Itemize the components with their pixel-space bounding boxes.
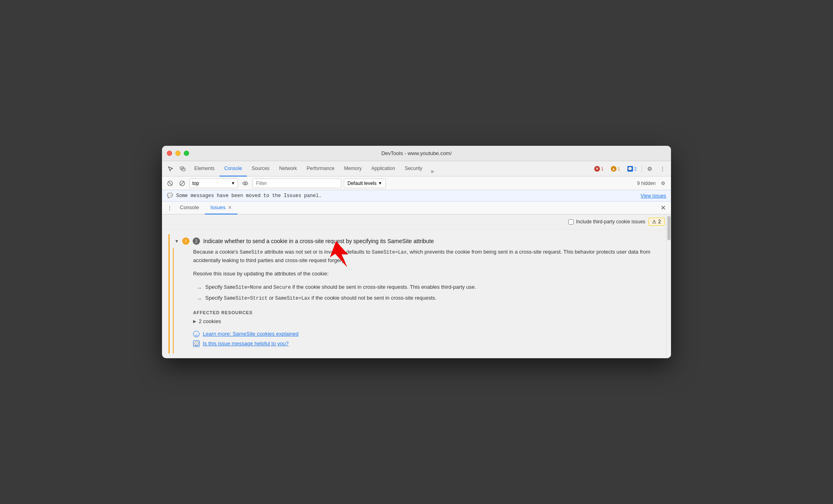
traffic-lights: [167, 151, 189, 156]
levels-arrow: ▼: [378, 181, 382, 185]
info-bar-content: 💬 Some messages have been moved to the I…: [167, 193, 322, 199]
title-bar: DevTools - www.youtube.com/: [162, 146, 671, 161]
context-selector[interactable]: top ▼: [189, 178, 238, 188]
tab-memory[interactable]: Memory: [339, 161, 366, 176]
feedback-link[interactable]: 💬 Is this issue message helpful to you?: [193, 340, 658, 347]
tab-network[interactable]: Network: [274, 161, 302, 176]
third-party-checkbox[interactable]: [568, 219, 574, 225]
toolbar-settings-button[interactable]: ⚙: [658, 178, 668, 188]
message-icon: 💬: [627, 166, 633, 172]
cookies-toggle[interactable]: ▶ 2 cookies: [193, 318, 658, 324]
devtools-nav: Elements Console Sources Network Perform…: [162, 161, 671, 176]
tab-performance[interactable]: Performance: [302, 161, 339, 176]
svg-line-3: [168, 182, 172, 185]
scrollbar[interactable]: [666, 214, 671, 358]
inspect-icon[interactable]: [165, 164, 176, 174]
window-title: DevTools - www.youtube.com/: [381, 150, 452, 156]
close-button[interactable]: [167, 151, 172, 156]
warning-icon: ▲: [611, 166, 616, 172]
bullet-2: → Specify SameSite=Strict or SameSite=La…: [193, 294, 658, 303]
device-icon[interactable]: [177, 164, 188, 174]
maximize-button[interactable]: [184, 151, 189, 156]
bullet-1: → Specify SameSite=None and Secure if th…: [193, 283, 658, 292]
close-panel-button[interactable]: ✕: [658, 203, 668, 213]
red-arrow-annotation: [316, 241, 352, 269]
info-message: Some messages have been moved to the Iss…: [176, 193, 322, 199]
svg-marker-8: [326, 239, 351, 271]
issues-header: Include third-party cookie issues ⚠ 2: [162, 214, 671, 229]
message-badge[interactable]: 💬 2: [625, 165, 639, 172]
main-content: Include third-party cookie issues ⚠ 2 ▼ …: [162, 214, 671, 358]
tab-console[interactable]: Console: [219, 161, 247, 176]
close-issues-tab-button[interactable]: ✕: [228, 205, 232, 210]
issues-panel: Include third-party cookie issues ⚠ 2 ▼ …: [162, 214, 671, 358]
sub-tab-more-button[interactable]: ⋮: [165, 204, 174, 212]
info-icon: 💬: [167, 193, 173, 199]
devtools-window: DevTools - www.youtube.com/ Elements Con…: [162, 146, 671, 358]
affected-resources: AFFECTED RESOURCES ▶ 2 cookies: [193, 310, 658, 324]
issue-body: Because a cookie's SameSite attribute wa…: [173, 248, 665, 353]
more-tabs-button[interactable]: »: [427, 166, 438, 176]
view-issues-link[interactable]: View issues: [641, 193, 666, 199]
info-bar: 💬 Some messages have been moved to the I…: [162, 190, 671, 202]
issue-header[interactable]: ▼ ! 2 Indicate whether to send a cookie …: [170, 234, 665, 248]
nav-left-icons: [165, 164, 188, 174]
sub-tab-console[interactable]: Console: [174, 202, 205, 214]
block-icon[interactable]: [177, 178, 187, 188]
tab-security[interactable]: Security: [400, 161, 427, 176]
external-link-icon: →: [193, 331, 200, 337]
issue-warning-icon: !: [182, 237, 189, 245]
arrow-icon-1: →: [196, 284, 202, 292]
more-options-button[interactable]: ⋮: [657, 164, 668, 174]
main-nav-tabs: Elements Console Sources Network Perform…: [188, 161, 592, 176]
issue-bullets: → Specify SameSite=None and Secure if th…: [193, 283, 658, 304]
minimize-button[interactable]: [175, 151, 181, 156]
log-levels-selector[interactable]: Default levels ▼: [344, 178, 386, 188]
filter-input[interactable]: [252, 178, 341, 188]
error-badge[interactable]: ✕ 1: [592, 165, 606, 172]
tab-application[interactable]: Application: [366, 161, 400, 176]
sub-tab-issues[interactable]: Issues ✕: [205, 202, 238, 214]
sub-tabs-bar: ⋮ Console Issues ✕ ✕: [162, 202, 671, 214]
issue-resolve-intro: Resolve this issue by updating the attri…: [193, 270, 658, 278]
warning-badge[interactable]: ▲ 1: [608, 165, 623, 172]
third-party-checkbox-label[interactable]: Include third-party cookie issues: [568, 219, 645, 225]
nav-divider: [642, 165, 642, 172]
scrollbar-thumb[interactable]: [667, 216, 671, 240]
context-arrow: ▼: [231, 181, 235, 185]
settings-button[interactable]: ⚙: [644, 164, 655, 174]
tab-sources[interactable]: Sources: [247, 161, 274, 176]
issue-description: Because a cookie's SameSite attribute wa…: [193, 248, 658, 265]
clear-console-button[interactable]: [165, 178, 175, 188]
svg-point-7: [244, 183, 246, 184]
issue-links: → Learn more: SameSite cookies explained…: [193, 331, 658, 347]
arrow-icon-2: →: [196, 294, 202, 303]
hidden-count-area: 9 hidden ⚙: [637, 178, 668, 188]
error-icon: ✕: [594, 166, 600, 172]
console-toolbar: top ▼ Default levels ▼ 9 hidden ⚙: [162, 176, 671, 190]
affected-label: AFFECTED RESOURCES: [193, 310, 658, 315]
svg-line-5: [181, 182, 184, 185]
learn-more-link[interactable]: → Learn more: SameSite cookies explained: [193, 331, 658, 337]
eye-button[interactable]: [240, 178, 250, 188]
nav-right-badges: ✕ 1 ▲ 1 💬 2 ⚙ ⋮: [592, 164, 668, 174]
cookies-toggle-icon: ▶: [193, 319, 196, 323]
issue-chevron-icon: ▼: [175, 239, 179, 244]
tab-elements[interactable]: Elements: [189, 161, 219, 176]
issue-count-badge: 2: [193, 237, 200, 245]
issue-item: ▼ ! 2 Indicate whether to send a cookie …: [168, 234, 665, 353]
issues-warning-count: ⚠ 2: [648, 218, 665, 226]
svg-point-6: [243, 182, 248, 185]
feedback-icon: 💬: [193, 340, 200, 347]
warning-badge-icon: ⚠: [652, 219, 656, 225]
